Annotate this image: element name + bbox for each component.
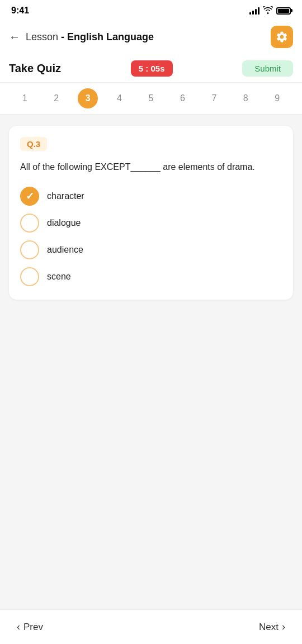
question-nav-item[interactable]: 4	[110, 88, 130, 108]
question-nav-item[interactable]: 5	[141, 88, 161, 108]
option-radio: ✓	[20, 187, 39, 206]
next-button[interactable]: Next ›	[259, 621, 285, 633]
option-label: audience	[47, 245, 83, 255]
options-list: ✓characterdialogueaudiencescene	[20, 187, 282, 286]
settings-button[interactable]	[271, 26, 293, 48]
question-nav: 123456789	[0, 83, 302, 115]
option-label: character	[47, 191, 84, 201]
bottom-nav: ‹ Prev Next ›	[0, 609, 302, 644]
quiz-title: Take Quiz	[9, 62, 61, 75]
checkmark-icon: ✓	[26, 190, 34, 202]
quiz-bar: Take Quiz 5 : 05s Submit	[0, 55, 302, 83]
prev-button[interactable]: ‹ Prev	[17, 621, 43, 633]
question-nav-item[interactable]: 6	[172, 88, 192, 108]
option-radio	[20, 240, 39, 259]
battery-icon	[276, 7, 291, 15]
option-item[interactable]: audience	[20, 240, 282, 259]
header: ← Lesson - English Language	[0, 19, 302, 55]
option-item[interactable]: ✓character	[20, 187, 282, 206]
question-card: Q.3 All of the following EXCEPT______ ar…	[9, 126, 293, 300]
question-label: Q.3	[20, 137, 47, 151]
question-text: All of the following EXCEPT______ are el…	[20, 160, 282, 174]
question-nav-item[interactable]: 9	[267, 88, 287, 108]
question-nav-item[interactable]: 1	[15, 88, 35, 108]
next-arrow-icon: ›	[282, 621, 285, 633]
signal-icon	[249, 7, 259, 15]
header-left: ← Lesson - English Language	[9, 31, 154, 44]
option-item[interactable]: scene	[20, 267, 282, 286]
option-label: scene	[47, 272, 71, 282]
question-nav-item[interactable]: 3	[78, 88, 98, 108]
wifi-icon	[263, 6, 273, 16]
question-nav-item[interactable]: 2	[46, 88, 67, 108]
gear-icon	[276, 31, 288, 43]
question-nav-item[interactable]: 8	[235, 88, 256, 108]
main-content: Q.3 All of the following EXCEPT______ ar…	[0, 115, 302, 311]
option-radio	[20, 214, 39, 233]
option-label: dialogue	[47, 218, 81, 228]
status-time: 9:41	[11, 6, 29, 16]
header-title: Lesson - English Language	[26, 31, 154, 43]
option-item[interactable]: dialogue	[20, 214, 282, 233]
submit-button[interactable]: Submit	[242, 60, 293, 77]
status-icons	[249, 6, 291, 16]
question-nav-item[interactable]: 7	[204, 88, 224, 108]
status-bar: 9:41	[0, 0, 302, 19]
option-radio	[20, 267, 39, 286]
prev-arrow-icon: ‹	[17, 621, 20, 633]
back-button[interactable]: ←	[9, 31, 20, 44]
timer-badge: 5 : 05s	[131, 60, 173, 77]
